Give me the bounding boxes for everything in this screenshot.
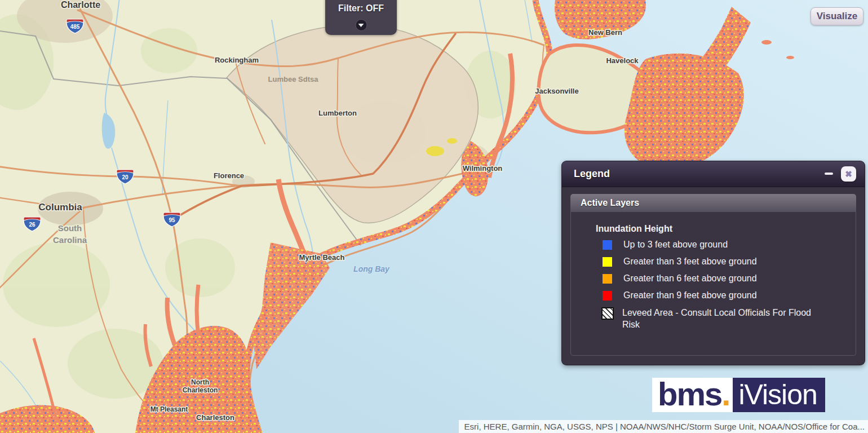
map-label-north-charleston-1: North (191, 378, 209, 386)
legend-panel: Legend ✖ Active Layers Inundation Height… (562, 161, 865, 365)
map-label-new-bern: New Bern (588, 28, 622, 37)
map-label-lumbee: Lumbee Sdtsa (268, 75, 319, 83)
map-label-wilmington: Wilmington (463, 164, 503, 173)
map-label-myrtle-beach: Myrtle Beach (299, 253, 345, 262)
legend-item: Up to 3 feet above ground (603, 238, 856, 251)
map-application: 485 20 95 26 Charlotte Rockingham Lumbe (0, 0, 868, 433)
filter-status-label: Filter: OFF (325, 3, 397, 14)
map-label-florence: Florence (214, 171, 244, 180)
filter-expand-button[interactable] (355, 19, 367, 31)
legend-title: Legend (574, 168, 610, 180)
close-button[interactable]: ✖ (841, 166, 856, 182)
bms-ivision-logo: bms. iVision (652, 378, 825, 412)
legend-item-label: Up to 3 feet above ground (623, 240, 728, 250)
layer-group-title: Inundation Height (596, 224, 856, 234)
map-label-charleston: Charleston (196, 413, 234, 422)
legend-item: Greater than 3 feet above ground (603, 255, 856, 268)
svg-text:95: 95 (169, 217, 175, 223)
legend-item-label: Greater than 3 feet above ground (623, 257, 757, 267)
svg-text:20: 20 (122, 174, 129, 180)
map-label-long-bay: Long Bay (353, 264, 390, 273)
map-label-north-charleston-2: Charleston (183, 386, 218, 394)
logo-orange-dot: . (721, 375, 729, 412)
close-icon: ✖ (845, 170, 852, 178)
logo-bms-text: bms. (652, 378, 733, 412)
color-swatch-yellow (603, 257, 612, 267)
color-swatch-blue (603, 240, 612, 250)
minimize-button[interactable] (825, 173, 833, 175)
legend-item-label: Leveed Area - Consult Local Officials Fo… (622, 307, 811, 330)
hatched-area-swatch (601, 307, 614, 320)
visualize-button[interactable]: Visualize (811, 7, 863, 25)
legend-item: Greater than 6 feet above ground (603, 272, 856, 285)
map-label-jacksonville: Jacksonville (535, 87, 578, 95)
map-label-mt-pleasant: Mt Pleasant (150, 405, 188, 413)
logo-ivision-text: iVision (733, 378, 825, 412)
map-label-charlotte: Charlotte (61, 0, 100, 10)
color-swatch-orange (603, 274, 612, 284)
svg-text:485: 485 (70, 24, 80, 30)
color-swatch-red (603, 291, 612, 301)
legend-body: Inundation Height Up to 3 feet above gro… (570, 212, 856, 356)
legend-item: Greater than 9 feet above ground (603, 289, 856, 302)
legend-header[interactable]: Legend ✖ (562, 161, 865, 187)
filter-panel[interactable]: Filter: OFF (325, 0, 397, 35)
legend-item-leveed: Leveed Area - Consult Local Officials Fo… (601, 307, 856, 330)
chevron-down-icon (358, 24, 364, 27)
active-layers-header: Active Layers (570, 194, 856, 212)
map-label-south-carolina-1: South (58, 223, 82, 233)
svg-text:26: 26 (29, 222, 36, 228)
legend-item-label: Greater than 6 feet above ground (623, 273, 757, 284)
map-label-columbia: Columbia (38, 202, 82, 213)
legend-item-label: Greater than 9 feet above ground (623, 290, 757, 301)
map-attribution: Esri, HERE, Garmin, NGA, USGS, NPS | NOA… (459, 420, 868, 433)
map-label-south-carolina-2: Carolina (53, 235, 87, 245)
map-label-rockingham: Rockingham (215, 56, 259, 64)
map-label-lumberton: Lumberton (318, 109, 357, 117)
map-label-havelock: Havelock (606, 56, 639, 65)
